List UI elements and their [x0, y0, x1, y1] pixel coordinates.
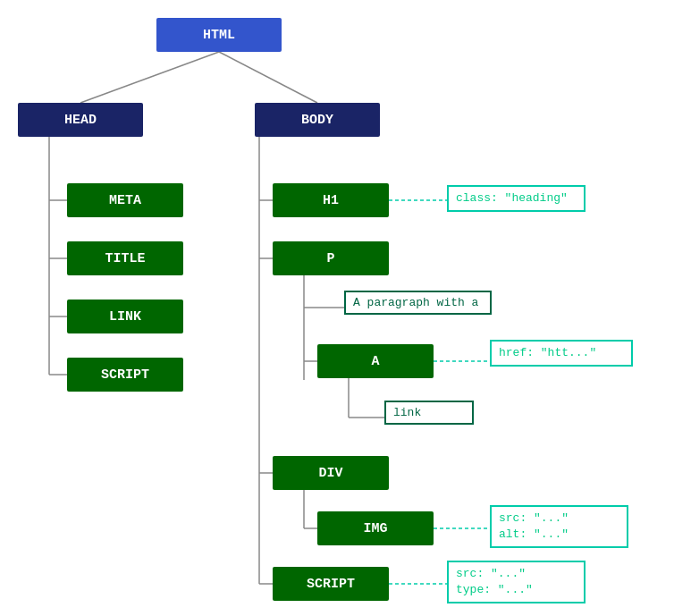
div-node: DIV [273, 456, 389, 490]
a-attr-text: href: "htt..." [499, 346, 596, 359]
a-attr-box: href: "htt..." [490, 340, 633, 367]
p-node: P [273, 241, 389, 275]
svg-line-0 [80, 52, 219, 103]
script-head-node: SCRIPT [67, 358, 183, 392]
title-label: TITLE [105, 251, 145, 266]
a-text-value: link [393, 406, 421, 419]
script-body-attr-text: src: "..." type: "..." [456, 567, 533, 596]
script-body-label: SCRIPT [307, 577, 355, 592]
p-text-node: A paragraph with a [344, 291, 492, 315]
img-label: IMG [363, 521, 387, 536]
div-label: DIV [318, 466, 342, 481]
html-node: HTML [156, 18, 282, 52]
head-node: HEAD [18, 103, 143, 137]
body-label: BODY [301, 113, 333, 128]
meta-node: META [67, 183, 183, 217]
script-body-attr-box: src: "..." type: "..." [447, 561, 586, 603]
h1-label: H1 [323, 193, 339, 208]
meta-label: META [109, 193, 141, 208]
a-text-node: link [384, 401, 474, 425]
p-text-value: A paragraph with a [353, 296, 478, 309]
a-label: A [371, 354, 379, 369]
p-label: P [326, 251, 334, 266]
link-label: LINK [109, 309, 141, 325]
img-attr-text: src: "..." alt: "..." [499, 511, 569, 541]
link-node: LINK [67, 300, 183, 333]
diagram: HTML HEAD BODY META TITLE LINK SCRIPT H1… [0, 0, 674, 616]
svg-line-1 [219, 52, 317, 103]
html-label: HTML [203, 28, 235, 43]
h1-attr-box: class: "heading" [447, 185, 586, 212]
head-label: HEAD [64, 113, 97, 128]
body-node: BODY [255, 103, 380, 137]
a-node: A [317, 344, 434, 378]
h1-attr-text: class: "heading" [456, 191, 568, 205]
script-body-node: SCRIPT [273, 567, 389, 601]
h1-node: H1 [273, 183, 389, 217]
script-head-label: SCRIPT [101, 367, 149, 383]
img-node: IMG [317, 511, 434, 545]
img-attr-box: src: "..." alt: "..." [490, 505, 628, 548]
title-node: TITLE [67, 241, 183, 275]
